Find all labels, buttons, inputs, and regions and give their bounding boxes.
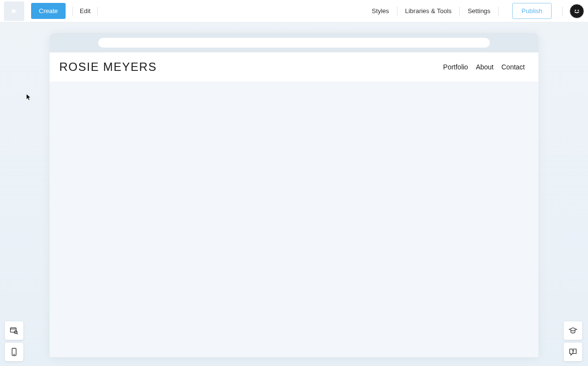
site-header: ROSIE MEYERS Portfolio About Contact	[50, 52, 538, 82]
settings-link[interactable]: Settings	[467, 7, 491, 15]
create-button[interactable]: Create	[31, 3, 66, 19]
libraries-tools-link[interactable]: Libraries & Tools	[404, 7, 453, 15]
mobile-preview-button[interactable]	[5, 343, 23, 361]
app-logo[interactable]	[4, 1, 24, 21]
svg-point-0	[572, 6, 581, 15]
help-button[interactable]	[564, 343, 582, 361]
logo-arrow-icon	[10, 7, 18, 15]
svg-rect-3	[11, 328, 17, 332]
graduation-cap-icon	[568, 326, 578, 335]
svg-line-6	[17, 333, 17, 334]
browser-chrome-bar	[50, 33, 538, 52]
toolbar-right-group: Styles Libraries & Tools Settings Publis…	[371, 3, 584, 19]
page-canvas[interactable]: ROSIE MEYERS Portfolio About Contact	[50, 33, 538, 357]
toolbar-divider	[397, 7, 398, 16]
mobile-device-icon	[9, 347, 19, 357]
site-title[interactable]: ROSIE MEYERS	[59, 60, 157, 74]
nav-link-portfolio[interactable]: Portfolio	[443, 63, 468, 71]
site-navigation: Portfolio About Contact	[443, 63, 529, 71]
nav-link-about[interactable]: About	[476, 63, 494, 71]
publish-button[interactable]: Publish	[512, 3, 552, 19]
smiley-face-icon	[572, 6, 582, 16]
svg-point-9	[573, 352, 573, 353]
mouse-cursor-icon	[26, 94, 32, 101]
preview-search-button[interactable]	[5, 321, 23, 340]
site-body-empty[interactable]	[50, 82, 538, 357]
svg-point-2	[578, 10, 579, 11]
toolbar-divider	[498, 7, 499, 16]
toolbar-divider	[97, 7, 98, 16]
toolbar-left-group: Create Edit	[4, 1, 104, 21]
learn-button[interactable]	[564, 321, 582, 340]
help-chat-icon	[568, 347, 578, 357]
user-avatar[interactable]	[570, 4, 584, 18]
edit-link[interactable]: Edit	[80, 7, 90, 15]
toolbar-divider	[72, 7, 73, 16]
styles-link[interactable]: Styles	[371, 7, 390, 15]
svg-point-1	[575, 10, 576, 11]
url-bar[interactable]	[98, 38, 490, 48]
toolbar-divider	[459, 7, 460, 16]
nav-link-contact[interactable]: Contact	[502, 63, 525, 71]
app-toolbar: Create Edit Styles Libraries & Tools Set…	[0, 0, 588, 22]
page-search-icon	[9, 326, 19, 335]
toolbar-divider	[562, 7, 563, 16]
